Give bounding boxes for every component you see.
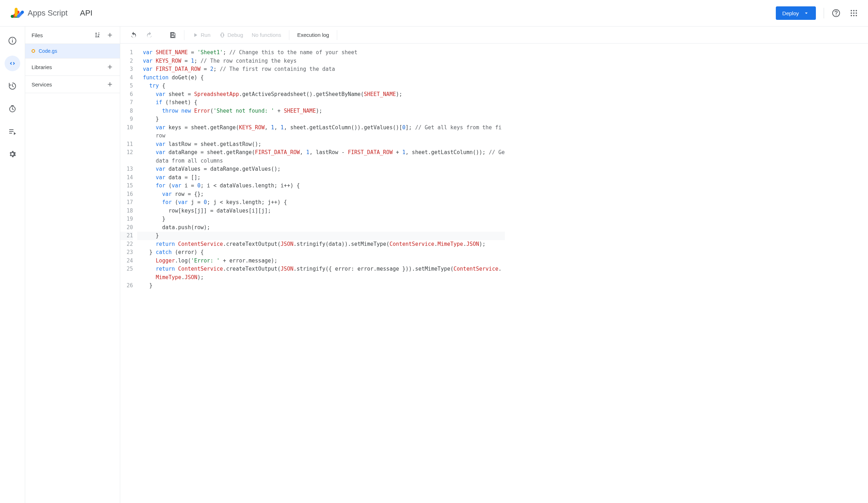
file-item-code-gs[interactable]: Code.gs xyxy=(25,44,120,58)
code-line[interactable]: throw new Error('Sheet not found: ' + SH… xyxy=(137,107,505,115)
code-line[interactable]: var dataValues = dataRange.getValues(); xyxy=(137,165,505,174)
play-icon xyxy=(192,32,199,38)
code-line[interactable]: MimeType.JSON); xyxy=(137,273,505,282)
code-line[interactable]: var row = {}; xyxy=(137,190,505,199)
info-icon xyxy=(8,36,17,45)
line-number: 5 xyxy=(120,82,133,90)
main-layout: Files Code.gs Libraries Services xyxy=(0,27,868,503)
line-number: 1 xyxy=(120,49,133,57)
help-button[interactable] xyxy=(832,9,840,17)
code-line[interactable]: row xyxy=(137,132,505,140)
divider xyxy=(337,30,337,40)
code-line[interactable]: var lastRow = sheet.getLastRow(); xyxy=(137,140,505,149)
rail-executions[interactable] xyxy=(5,101,20,117)
code-line[interactable]: return ContentService.createTextOutput(J… xyxy=(137,265,505,273)
services-section-header: Services xyxy=(25,76,120,93)
code-line[interactable]: var keys = sheet.getRange(KEYS_ROW, 1, 1… xyxy=(137,124,505,132)
execution-log-label: Execution log xyxy=(297,32,329,38)
line-number: 4 xyxy=(120,74,133,82)
apps-button[interactable] xyxy=(850,9,858,17)
code-line[interactable]: var sheet = SpreadsheetApp.getActiveSpre… xyxy=(137,90,505,99)
line-number xyxy=(120,132,133,140)
code-line[interactable]: var KEYS_ROW = 1; // The row containing … xyxy=(137,57,505,66)
line-number: 21 xyxy=(120,232,133,240)
code-line[interactable]: } xyxy=(137,115,505,124)
rail-editor[interactable] xyxy=(5,56,20,71)
code-line[interactable]: try { xyxy=(137,82,505,90)
add-library-button[interactable] xyxy=(106,63,113,70)
add-service-button[interactable] xyxy=(106,81,113,88)
plus-icon xyxy=(106,81,113,88)
add-file-button[interactable] xyxy=(106,32,113,39)
svg-rect-14 xyxy=(12,39,13,39)
save-button[interactable] xyxy=(166,29,180,41)
code-line[interactable]: Logger.log('Error: ' + error.message); xyxy=(137,257,505,265)
svg-point-7 xyxy=(853,12,855,14)
rail-settings[interactable] xyxy=(5,146,20,162)
code-line[interactable]: } xyxy=(137,282,505,290)
code-line[interactable]: } xyxy=(137,232,505,240)
rail-run-list[interactable] xyxy=(5,124,20,139)
code-line[interactable]: if (!sheet) { xyxy=(137,98,505,107)
code-line[interactable]: row[keys[j]] = dataValues[i][j]; xyxy=(137,207,505,215)
line-number: 6 xyxy=(120,90,133,99)
line-number: 14 xyxy=(120,174,133,182)
line-number: 3 xyxy=(120,65,133,74)
run-button[interactable]: Run xyxy=(189,30,214,40)
code-line[interactable]: } catch (error) { xyxy=(137,248,505,257)
svg-point-3 xyxy=(851,10,852,11)
sort-files-button[interactable] xyxy=(94,32,101,39)
code-line[interactable]: var dataRange = sheet.getRange(FIRST_DAT… xyxy=(137,148,505,157)
plus-icon xyxy=(106,63,113,70)
svg-point-4 xyxy=(853,10,855,11)
svg-point-0 xyxy=(21,11,24,13)
line-number: 23 xyxy=(120,248,133,257)
line-number: 22 xyxy=(120,240,133,249)
code-line[interactable]: } xyxy=(137,215,505,224)
svg-point-8 xyxy=(856,12,857,14)
debug-button[interactable]: Debug xyxy=(216,30,247,40)
editor-toolbar: Run Debug No functions Execution log xyxy=(120,27,868,44)
code-line[interactable]: var SHEET_NAME = 'Sheet1'; // Change thi… xyxy=(137,49,505,57)
redo-button[interactable] xyxy=(142,29,156,41)
svg-point-9 xyxy=(851,15,852,16)
line-number: 26 xyxy=(120,282,133,290)
line-number: 12 xyxy=(120,148,133,157)
libraries-section-header: Libraries xyxy=(25,58,120,76)
caret-down-icon xyxy=(803,10,809,16)
project-title[interactable]: API xyxy=(80,9,93,18)
code-line[interactable]: var FIRST_DATA_ROW = 2; // The first row… xyxy=(137,65,505,74)
code-line[interactable]: for (var i = 0; i < dataValues.length; i… xyxy=(137,182,505,190)
deploy-button[interactable]: Deploy xyxy=(776,6,816,20)
help-icon xyxy=(832,9,840,17)
services-label: Services xyxy=(32,81,52,87)
line-number: 16 xyxy=(120,190,133,199)
code-line[interactable]: return ContentService.createTextOutput(J… xyxy=(137,240,505,249)
product-logo-wrap[interactable]: Apps Script xyxy=(10,6,68,20)
deploy-button-label: Deploy xyxy=(782,10,799,16)
code-line[interactable]: data.push(row); xyxy=(137,224,505,232)
apps-grid-icon xyxy=(850,9,858,17)
history-icon xyxy=(8,82,17,90)
rail-triggers[interactable] xyxy=(5,78,20,94)
line-number: 13 xyxy=(120,165,133,174)
libraries-label: Libraries xyxy=(32,64,52,70)
code-icon xyxy=(8,59,17,68)
rail-overview[interactable] xyxy=(5,33,20,49)
code-line[interactable]: function doGet(e) { xyxy=(137,74,505,82)
code-content[interactable]: var SHEET_NAME = 'Sheet1'; // Change thi… xyxy=(137,44,505,295)
line-number: 9 xyxy=(120,115,133,124)
undo-button[interactable] xyxy=(127,29,141,41)
code-line[interactable]: for (var j = 0; j < keys.length; j++) { xyxy=(137,198,505,207)
code-line[interactable]: data from all columns xyxy=(137,157,505,165)
files-label: Files xyxy=(32,32,43,38)
code-line[interactable]: var data = []; xyxy=(137,174,505,182)
code-editor[interactable]: 1234567891011121314151617181920212223242… xyxy=(120,44,868,503)
function-selector[interactable]: No functions xyxy=(248,30,285,40)
sort-alpha-icon xyxy=(94,32,101,39)
line-number: 20 xyxy=(120,224,133,232)
files-panel: Files Code.gs Libraries Services xyxy=(25,27,120,503)
files-section-header: Files xyxy=(25,27,120,44)
svg-point-6 xyxy=(851,12,852,14)
execution-log-button[interactable]: Execution log xyxy=(294,30,333,40)
